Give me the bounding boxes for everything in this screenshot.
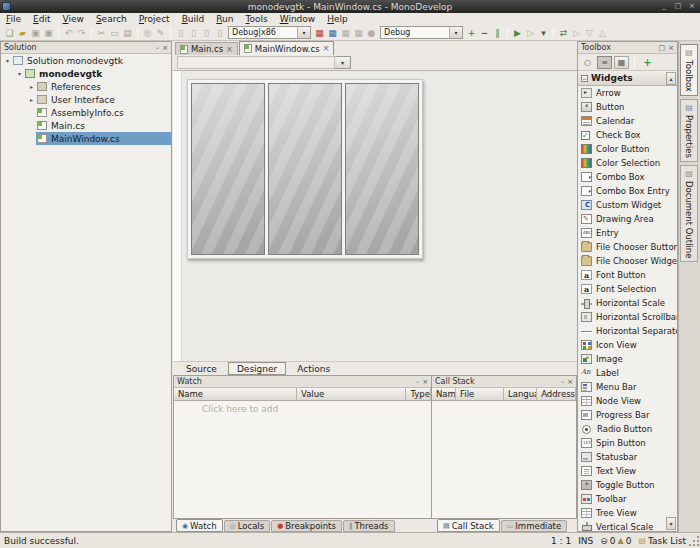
tree-item[interactable]: Main.cs	[1, 119, 171, 132]
resize-grip[interactable]	[689, 537, 699, 547]
side-dock-tab[interactable]: Properties	[680, 99, 698, 162]
toolbar-icon[interactable]: ▭	[108, 27, 121, 39]
toolbox-item[interactable]: Arrow	[578, 86, 677, 100]
list-view-icon[interactable]: ≡	[597, 56, 612, 69]
scroll-down-icon[interactable]: ▾	[666, 517, 676, 530]
search-icon[interactable]: ○	[580, 56, 595, 69]
toolbar-icon[interactable]: ▶	[511, 27, 524, 39]
toolbar-icon[interactable]: ▯	[213, 27, 226, 39]
maximize-button[interactable]: □	[673, 1, 683, 11]
watch-body[interactable]: Click here to add	[174, 401, 431, 518]
dock-tab[interactable]: Breakpoints	[271, 520, 342, 532]
toolbox-item[interactable]: Label	[578, 366, 677, 380]
view-tab[interactable]: Actions	[288, 362, 339, 375]
toolbox-item[interactable]: Node View	[578, 394, 677, 408]
toolbox-item[interactable]: Color Selection	[578, 156, 677, 170]
menu-item[interactable]: Build	[176, 14, 211, 24]
minimize-button[interactable]: _	[659, 1, 669, 11]
toolbox-item[interactable]: Vertical Scale	[578, 520, 677, 531]
toolbar-icon[interactable]: ▦	[339, 27, 352, 39]
close-pad-icon[interactable]: ×	[567, 377, 573, 387]
toolbox-item[interactable]: Horizontal Scale	[578, 296, 677, 310]
runtime-combo[interactable]: Debug ▾	[380, 26, 463, 39]
chevron-down-icon[interactable]: ▾	[449, 27, 462, 38]
chevron-down-icon[interactable]: ▾	[335, 56, 351, 69]
document-tab[interactable]: Main.cs ×	[175, 42, 238, 55]
toolbar-icon[interactable]: ▾	[537, 27, 550, 39]
tree-item[interactable]: ▸ User Interface	[1, 93, 171, 106]
toolbox-item[interactable]: Drawing Area	[578, 212, 677, 226]
view-tab[interactable]: Source	[177, 362, 226, 375]
toolbox-item[interactable]: Horizontal Separator	[578, 324, 677, 338]
toolbox-item[interactable]: Horizontal Scrollbar	[578, 310, 677, 324]
menu-item[interactable]: Edit	[27, 14, 56, 24]
toolbar-icon[interactable]: ↷	[75, 27, 88, 39]
column-header[interactable]: Type	[406, 388, 431, 401]
toolbar-icon[interactable]: −	[478, 27, 491, 39]
menu-item[interactable]: View	[57, 14, 90, 24]
dock-tab[interactable]: Locals	[224, 520, 271, 532]
toolbox-item[interactable]: Menu Bar	[578, 380, 677, 394]
toolbar-icon[interactable]: ▦	[326, 27, 339, 39]
toolbox-item[interactable]: Button	[578, 100, 677, 114]
tree-expander-icon[interactable]: ▸	[27, 83, 36, 90]
toolbar-icon[interactable]: ▤	[121, 27, 134, 39]
hbox-placeholder-1[interactable]	[191, 83, 265, 255]
toolbox-item[interactable]: Custom Widget	[578, 198, 677, 212]
collapse-icon[interactable]: −	[581, 75, 588, 82]
menu-item[interactable]: File	[0, 14, 27, 24]
toolbar-icon[interactable]: ✂	[95, 27, 108, 39]
dock-tab[interactable]: Immediate	[501, 520, 567, 532]
toolbox-item[interactable]: Progress Bar	[578, 408, 677, 422]
column-header[interactable]: Value	[297, 388, 406, 401]
watch-add-row[interactable]: Click here to add	[174, 401, 431, 414]
minimize-pad-icon[interactable]: –	[561, 377, 565, 387]
toolbox-item[interactable]: Tree View	[578, 506, 677, 520]
toolbar-icon[interactable]: ❏	[3, 27, 16, 39]
toolbar-icon[interactable]: ▦	[313, 27, 326, 39]
toolbox-item[interactable]: Font Selection	[578, 282, 677, 296]
toolbox-item[interactable]: File Chooser Widget	[578, 254, 677, 268]
toolbox-item[interactable]: Toolbar	[578, 492, 677, 506]
toolbox-item[interactable]: Toggle Button	[578, 478, 677, 492]
configuration-combo[interactable]: Debug|x86 ▾	[228, 26, 311, 39]
document-tab[interactable]: MainWindow.cs ×	[239, 41, 335, 55]
toolbar-icon[interactable]: ✎	[154, 27, 167, 39]
column-header[interactable]: Name	[174, 388, 297, 401]
toolbar-icon[interactable]: ▣	[29, 27, 42, 39]
float-pad-icon[interactable]: □	[659, 43, 666, 53]
close-tab-icon[interactable]: ×	[226, 45, 233, 54]
tree-item[interactable]: ▾ Solution monodevgtk	[1, 54, 171, 67]
column-header[interactable]: Language	[504, 388, 537, 401]
toolbar-icon[interactable]: ▦	[352, 27, 365, 39]
toolbar-icon[interactable]: ◎	[141, 27, 154, 39]
scroll-up-icon[interactable]: ▴	[666, 72, 676, 85]
hbox-placeholder-3[interactable]	[345, 83, 419, 255]
toolbar-icon[interactable]: +	[465, 27, 478, 39]
dock-tab[interactable]: Watch	[176, 519, 223, 532]
tree-expander-icon[interactable]: ▾	[3, 57, 12, 64]
minimize-pad-icon[interactable]: –	[416, 377, 420, 387]
toolbox-item[interactable]: Calendar	[578, 114, 677, 128]
minimize-pad-icon[interactable]: –	[156, 43, 160, 53]
tree-item[interactable]: AssemblyInfo.cs	[1, 106, 171, 119]
widget-selector-field[interactable]	[177, 56, 335, 69]
toolbar-icon[interactable]: ●	[365, 27, 378, 39]
side-dock-tab[interactable]: Toolbox	[680, 44, 698, 96]
menu-item[interactable]: Project	[133, 14, 176, 24]
close-pad-icon[interactable]: ×	[162, 43, 168, 53]
tree-item[interactable]: ▾ monodevgtk	[1, 67, 171, 80]
toolbox-item[interactable]: File Chooser Button	[578, 240, 677, 254]
toolbar-icon[interactable]: ▷	[570, 27, 583, 39]
hbox-placeholder-2[interactable]	[268, 83, 342, 255]
column-header[interactable]: Address	[537, 388, 576, 401]
toolbox-item[interactable]: Font Button	[578, 268, 677, 282]
window-preview[interactable]	[187, 79, 423, 259]
toolbar-icon[interactable]: ▰	[16, 27, 29, 39]
toolbar-icon[interactable]: ▯	[187, 27, 200, 39]
toolbar-icon[interactable]: ▯	[174, 27, 187, 39]
toolbar-icon[interactable]: ‖	[491, 27, 504, 39]
toolbox-category-header[interactable]: − Widgets	[578, 71, 677, 86]
menu-item[interactable]: Run	[210, 14, 239, 24]
toolbar-icon[interactable]: ▣	[42, 27, 55, 39]
